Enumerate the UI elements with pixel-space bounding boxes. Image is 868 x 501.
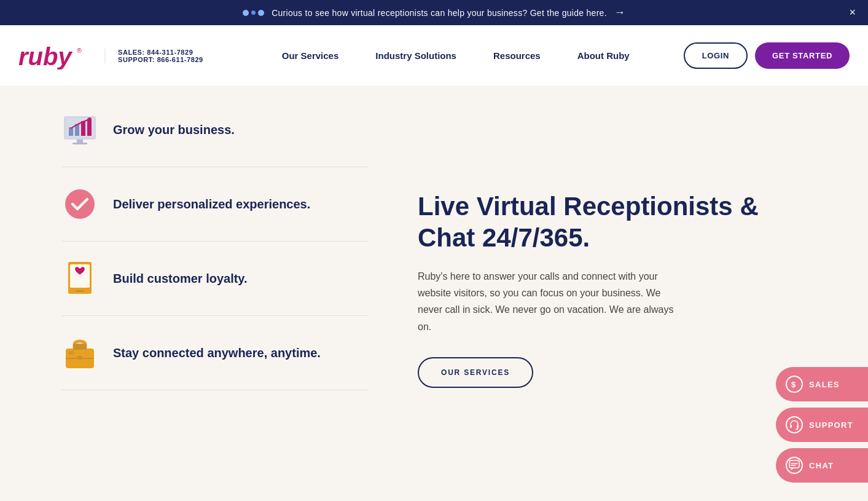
svg-rect-14 xyxy=(76,290,84,292)
float-support-label: SUPPORT xyxy=(809,420,853,430)
support-line: SUPPORT: 866-611-7829 xyxy=(118,56,203,63)
heart-device-icon xyxy=(61,260,98,297)
chart-icon xyxy=(61,111,98,148)
chat-bubble-icon xyxy=(786,457,803,474)
svg-text:$: $ xyxy=(791,380,797,389)
nav-item-resources[interactable]: Resources xyxy=(475,25,559,87)
svg-rect-23 xyxy=(789,460,799,468)
right-column: Live Virtual Receptionists & Chat 24/7/3… xyxy=(418,111,807,431)
headphone-icon xyxy=(786,416,803,433)
logo[interactable]: ruby ® xyxy=(18,42,86,69)
float-sales-label: SALES xyxy=(809,380,840,389)
nav-item-our-services[interactable]: Our Services xyxy=(264,25,358,87)
svg-rect-21 xyxy=(790,425,792,428)
our-services-button[interactable]: OUR SERVICES xyxy=(418,357,533,388)
svg-rect-6 xyxy=(81,121,85,136)
banner-dot-3 xyxy=(258,10,264,16)
feature-grow-text: Grow your business. xyxy=(113,122,235,138)
banner-arrow: → xyxy=(614,6,625,19)
svg-rect-13 xyxy=(70,264,90,288)
feature-loyalty-text: Build customer loyalty. xyxy=(113,270,248,286)
svg-rect-16 xyxy=(73,344,87,350)
banner-dot-1 xyxy=(243,10,249,16)
banner-dots xyxy=(243,10,264,16)
check-circle-icon xyxy=(61,186,98,223)
svg-text:ruby: ruby xyxy=(18,43,72,69)
banner-close-button[interactable]: × xyxy=(849,6,856,19)
svg-rect-18 xyxy=(68,351,74,355)
login-button[interactable]: LOGIN xyxy=(684,42,748,69)
briefcase-icon xyxy=(61,334,98,371)
sales-phone-link[interactable]: 844-311-7829 xyxy=(147,49,193,56)
feature-grow: Grow your business. xyxy=(61,111,369,167)
svg-rect-22 xyxy=(797,425,799,428)
main-content: Grow your business. Deliver personalized… xyxy=(0,87,868,468)
features-column: Grow your business. Deliver personalized… xyxy=(61,111,369,431)
feature-personalized-text: Deliver personalized experiences. xyxy=(113,196,310,212)
sales-line: SALES: 844-311-7829 xyxy=(118,49,203,56)
feature-connected: Stay connected anywhere, anytime. xyxy=(61,316,369,390)
float-chat-label: CHAT xyxy=(809,461,834,470)
contact-info: SALES: 844-311-7829 SUPPORT: 866-611-782… xyxy=(104,49,203,63)
floating-buttons: $ SALES SUPPORT CHAT xyxy=(776,367,868,483)
feature-connected-text: Stay connected anywhere, anytime. xyxy=(113,345,321,361)
float-chat-button[interactable]: CHAT xyxy=(776,448,868,483)
hero-title: Live Virtual Receptionists & Chat 24/7/3… xyxy=(418,191,807,253)
hero-body: Ruby's here to answer your calls and con… xyxy=(418,268,676,335)
svg-rect-10 xyxy=(72,143,87,144)
support-phone-link[interactable]: 866-611-7829 xyxy=(157,56,203,63)
feature-personalized: Deliver personalized experiences. xyxy=(61,167,369,242)
float-support-button[interactable]: SUPPORT xyxy=(776,408,868,442)
svg-text:®: ® xyxy=(77,47,82,54)
nav-item-about-ruby[interactable]: About Ruby xyxy=(559,25,648,87)
banner-dot-2 xyxy=(251,10,256,15)
feature-loyalty: Build customer loyalty. xyxy=(61,242,369,316)
logo-area: ruby ® SALES: 844-311-7829 SUPPORT: 866-… xyxy=(18,42,203,69)
get-started-button[interactable]: GET STARTED xyxy=(755,42,850,69)
main-nav: Our Services Industry Solutions Resource… xyxy=(228,25,684,87)
top-banner: Curious to see how virtual receptionists… xyxy=(0,0,868,25)
svg-point-11 xyxy=(65,189,95,219)
svg-rect-7 xyxy=(87,119,92,136)
svg-rect-9 xyxy=(77,140,83,143)
svg-point-8 xyxy=(88,117,92,121)
nav-item-industry-solutions[interactable]: Industry Solutions xyxy=(357,25,475,87)
banner-text: Curious to see how virtual receptionists… xyxy=(272,8,607,18)
header-buttons: LOGIN GET STARTED xyxy=(684,42,850,69)
header: ruby ® SALES: 844-311-7829 SUPPORT: 866-… xyxy=(0,25,868,87)
float-sales-button[interactable]: $ SALES xyxy=(776,367,868,401)
dollar-icon: $ xyxy=(786,376,803,393)
